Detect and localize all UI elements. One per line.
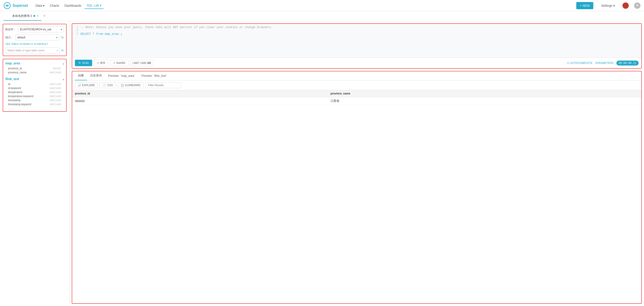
chevron-down-icon xyxy=(61,28,62,31)
sql-editor: 1 -- Note: Unless you save your query, t… xyxy=(72,23,642,69)
share-icon: ↗ xyxy=(113,62,115,65)
cell-province-name: 江西省 xyxy=(328,97,641,105)
main-menu: Data ▾ Charts Dashboards SQL Lab ▾ xyxy=(33,2,103,9)
column-name: id.keyword xyxy=(8,87,21,90)
chevron-down-icon xyxy=(57,49,58,52)
column-type: BIGINT xyxy=(53,67,61,70)
data-table: province_id province_name 360000 江西省 xyxy=(72,90,641,105)
editor-toolbar: ↻ RUN ⬡ 保存 ↗ SHARE LIMIT 1000 ⌨ ☑ xyxy=(72,58,641,68)
schema-label: 模式： xyxy=(6,36,14,40)
explore-icon: 📈 xyxy=(78,84,81,87)
db-label: 数据库： xyxy=(6,28,16,32)
database-row: 数据库： ELASTICSEARCH es_uat xyxy=(6,27,64,32)
column-type: VARCHAR xyxy=(49,71,61,74)
user-avatar[interactable] xyxy=(622,3,629,9)
new-button[interactable]: + NEW xyxy=(576,2,594,9)
database-select[interactable]: ELASTICSEARCH es_uat xyxy=(18,27,64,32)
column-name: temperature.keyword xyxy=(8,95,34,98)
column-type: VARCHAR xyxy=(49,99,61,102)
schema-value: default xyxy=(17,36,25,39)
parameters-button[interactable]: PARAMETERS xyxy=(595,62,614,65)
results-table: province_id province_name 360000 江西省 xyxy=(72,90,641,303)
add-tab-button[interactable]: + xyxy=(42,14,48,19)
charts-menu-item[interactable]: Charts xyxy=(48,3,61,9)
results-tab-preview-flink-test[interactable]: Preview: `flink_test` xyxy=(138,72,170,80)
clipboard-icon: 📋 xyxy=(121,84,124,87)
column-name: province_name xyxy=(8,71,26,74)
limit-selector[interactable]: LIMIT 1000 ⌨ xyxy=(130,60,154,66)
table-header: province_id province_name xyxy=(72,90,641,97)
editor-line-3: 3 SELECT * from map_area ; xyxy=(72,32,641,36)
schema-row: 模式： default ↻ xyxy=(6,35,64,40)
check-icon: ☑ xyxy=(567,62,570,65)
query-tab-bar: ⋮⋮ 未命名的查询 2 ✕ + xyxy=(0,11,644,21)
results-tab-results[interactable]: 结果 xyxy=(75,71,87,80)
table-name-flink-test: flink_test xyxy=(6,77,19,81)
table-name-map-area: map_area xyxy=(6,62,20,65)
main-layout: 数据库： ELASTICSEARCH es_uat 模式： default ↻ … xyxy=(0,21,644,306)
table-row: timestamp VARCHAR xyxy=(6,98,64,102)
table-body: 360000 江西省 xyxy=(72,97,641,105)
editor-line-2: 2 xyxy=(72,29,641,32)
table-row: timestamp.keyword VARCHAR xyxy=(6,102,64,106)
svg-point-1 xyxy=(636,4,638,6)
explore-button[interactable]: 📈 EXPLORE xyxy=(75,82,98,88)
user-icon[interactable] xyxy=(634,3,640,9)
clipboard-button[interactable]: 📋 CLIPBOARD xyxy=(118,82,143,88)
query-tab-1[interactable]: ⋮⋮ 未命名的查询 2 ✕ xyxy=(4,12,42,21)
line-number: 2 xyxy=(72,29,80,32)
drag-handle-icon: ⋮⋮ xyxy=(6,15,11,17)
column-name: timestamp xyxy=(8,99,20,102)
schema-select[interactable]: default xyxy=(15,35,60,40)
top-navigation: Superset Data ▾ Charts Dashboards SQL La… xyxy=(0,0,644,11)
save-button[interactable]: ⬡ 保存 xyxy=(94,60,108,66)
editor-content[interactable]: 1 -- Note: Unless you save your query, t… xyxy=(72,24,641,58)
filter-results-input[interactable] xyxy=(145,82,181,88)
schema-refresh-icon[interactable]: ↻ xyxy=(61,36,64,39)
sqllab-menu-item[interactable]: SQL Lab ▾ xyxy=(84,2,104,9)
table-refresh-icon[interactable]: ↻ xyxy=(61,49,64,52)
cell-province-id: 360000 xyxy=(72,97,328,105)
table-group-header-flink-test[interactable]: flink_test xyxy=(6,77,64,81)
autocomplete-toggle[interactable]: ☑ AUTOCOMPLETE xyxy=(567,62,593,65)
toolbar-right: ☑ AUTOCOMPLETE PARAMETERS 00:00:00.21 xyxy=(567,61,638,66)
share-button[interactable]: ↗ SHARE xyxy=(110,60,128,66)
table-group-flink-test: flink_test id VARCHAR id.keyword VARCHAR… xyxy=(6,77,64,106)
col-header-province-id: province_id xyxy=(72,90,328,97)
table-row: province_id BIGINT xyxy=(6,66,64,71)
table-row: temperature.keyword VARCHAR xyxy=(6,94,64,98)
line-number: 1 xyxy=(72,26,80,29)
app-logo[interactable]: Superset xyxy=(4,2,28,9)
settings-menu[interactable]: Settings ▾ xyxy=(599,3,617,9)
table-list: map_area province_id BIGINT province_nam… xyxy=(3,59,66,112)
editor-line-1: 1 -- Note: Unless you save your query, t… xyxy=(72,26,641,29)
collapse-icon xyxy=(63,77,64,81)
table-select[interactable]: Select table or type table name xyxy=(6,48,60,53)
run-button[interactable]: ↻ RUN xyxy=(75,60,92,66)
dashboards-menu-item[interactable]: Dashboards xyxy=(62,3,84,9)
results-tab-bar: 结果 历史查询 Preview: `map_area` Preview: `fl… xyxy=(72,71,641,81)
col-header-province-name: province_name xyxy=(328,90,641,97)
refresh-icon: ↻ xyxy=(78,61,81,65)
save-icon: ⬡ xyxy=(97,62,99,65)
results-tab-preview-map-area[interactable]: Preview: `map_area` xyxy=(105,72,138,80)
collapse-icon xyxy=(63,62,64,65)
csv-button[interactable]: 📄 .CSV xyxy=(100,82,116,88)
line-code: -- Note: Unless you save your query, the… xyxy=(80,26,273,29)
results-tab-history[interactable]: 历史查询 xyxy=(87,71,105,80)
header-row: province_id province_name xyxy=(72,90,641,97)
column-name: temperature xyxy=(8,91,23,94)
line-number: 3 xyxy=(72,32,80,36)
tab-close-button[interactable]: ✕ xyxy=(36,14,39,18)
table-row: temperature VARCHAR xyxy=(6,90,64,94)
line-code xyxy=(80,29,82,32)
table-row: id VARCHAR xyxy=(6,82,64,86)
query-timer: 00:00:00.21 xyxy=(616,61,638,66)
table-row: 360000 江西省 xyxy=(72,97,641,105)
left-panel: 数据库： ELASTICSEARCH es_uat 模式： default ↻ … xyxy=(0,21,70,306)
keyboard-icon: ⌨ xyxy=(147,62,151,65)
column-type: VARCHAR xyxy=(49,83,61,86)
data-menu-item[interactable]: Data ▾ xyxy=(33,3,47,9)
table-group-header-map-area[interactable]: map_area xyxy=(6,62,64,65)
table-selector-row: Select table or type table name ↻ xyxy=(6,48,64,53)
